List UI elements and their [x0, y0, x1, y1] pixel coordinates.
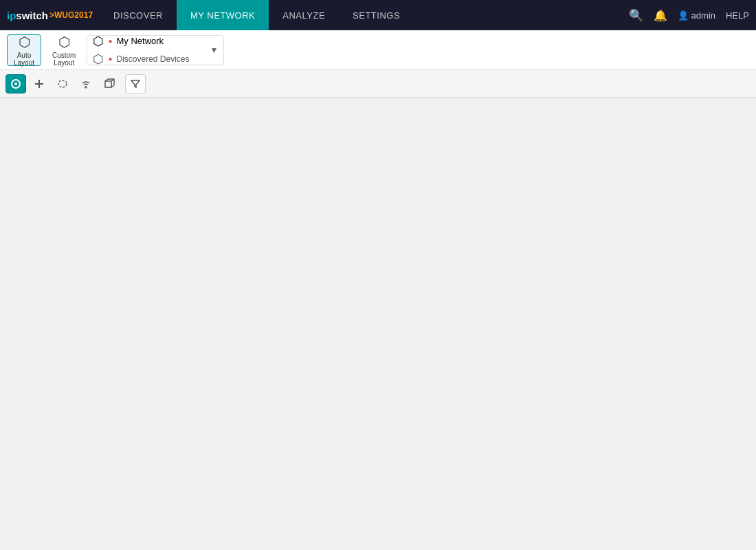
wireless-tool-button[interactable]: [76, 74, 96, 94]
select-tool-button[interactable]: [5, 74, 26, 94]
custom-layout-button[interactable]: ⬡ CustomLayout: [47, 34, 81, 66]
user-menu[interactable]: 👤 admin: [678, 10, 715, 21]
notification-icon[interactable]: 🔔: [654, 9, 667, 22]
svg-point-5: [85, 86, 87, 88]
app-header: ipswitch>WUG2017 DISCOVER MY NETWORK ANA…: [0, 0, 756, 30]
svg-point-4: [58, 80, 67, 87]
nav-analyze[interactable]: ANALYZE: [269, 0, 339, 30]
main-toolbar: ⬡ AutoLayout ⬡ CustomLayout ⬡ ● My Netwo…: [0, 30, 756, 70]
view-tools-bar: [0, 70, 756, 98]
header-actions: 🔍 🔔 👤 admin HELP: [629, 8, 749, 23]
main-nav: DISCOVER MY NETWORK ANALYZE SETTINGS: [100, 0, 629, 30]
lasso-tool-button[interactable]: [52, 74, 73, 94]
auto-layout-icon: ⬡: [19, 34, 30, 50]
search-icon[interactable]: 🔍: [629, 8, 643, 23]
nav-settings[interactable]: SETTINGS: [339, 0, 414, 30]
hand-tool-button[interactable]: [29, 74, 49, 94]
dropdown-chevron-icon: ▼: [210, 45, 219, 55]
filter-button[interactable]: [125, 74, 146, 94]
content-wrapper: ⬡ AutoLayout ⬡ CustomLayout ⬡ ● My Netwo…: [0, 30, 756, 550]
cube-tool-button[interactable]: [99, 74, 120, 94]
svg-point-1: [14, 82, 17, 85]
help-link[interactable]: HELP: [726, 10, 749, 21]
auto-layout-button[interactable]: ⬡ AutoLayout: [7, 34, 41, 66]
custom-layout-icon: ⬡: [58, 34, 70, 50]
nav-my-network[interactable]: MY NETWORK: [177, 0, 269, 30]
network-map[interactable]: ▲ ? ? ? ? ? ? ? ?: [0, 98, 756, 550]
network-selector[interactable]: ⬡ ● My Network ⬡ ● Discovered Devices ▼: [87, 35, 224, 65]
app-logo: ipswitch>WUG2017: [7, 10, 93, 21]
nav-discover[interactable]: DISCOVER: [100, 0, 177, 30]
svg-rect-6: [105, 81, 111, 87]
